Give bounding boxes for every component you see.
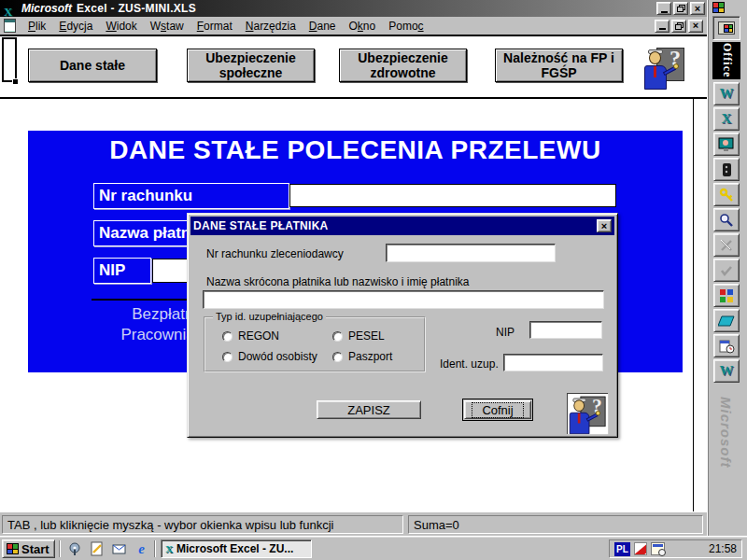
fill-handle[interactable] [12, 78, 19, 85]
tray-app-icon[interactable] [634, 542, 647, 555]
taskbar-separator [59, 540, 61, 557]
dialog-close-icon[interactable]: × [597, 219, 612, 232]
keyboard-layout-indicator[interactable]: PL [614, 542, 630, 556]
office-bar-logo-icon[interactable] [712, 2, 725, 13]
radio-label-regon: REGON [238, 329, 279, 343]
cancel-button[interactable]: Cofnij [462, 399, 533, 421]
page-break-line [693, 97, 694, 511]
sheet-button-ubezpieczenie-spoleczne[interactable]: Ubezpieczenie społeczne [187, 49, 315, 82]
radio-label-dowod-osobisty: Dowód osobisty [238, 350, 317, 363]
name-field-label: Nazwa skrócona płatnika lub nazwisko i i… [206, 275, 469, 288]
channels-icon[interactable] [65, 540, 83, 557]
workbook-minimize-icon[interactable] [655, 20, 669, 33]
radio-pesel[interactable]: PESEL [332, 329, 385, 343]
suite-icon[interactable] [713, 284, 740, 307]
account-field[interactable] [386, 244, 556, 262]
window-title: Excel - ZUS-MINI.XLS [77, 2, 196, 15]
sheet-button-ubezpieczenie-zdrowotne[interactable]: Ubezpieczenie zdrowotne [339, 49, 467, 82]
save-button[interactable]: ZAPISZ [317, 400, 421, 419]
taskbar-separator [154, 540, 156, 557]
menu-item-wstaw[interactable]: Wstaw [144, 18, 190, 35]
dane-stale-platnika-dialog: DANE STAŁE PŁATNIKA × Nr rachunku zlecen… [187, 213, 618, 438]
help-icon[interactable]: ? [642, 45, 687, 90]
title-bar[interactable]: X Microsoft Excel - ZUS-MINI.XLS × [0, 0, 707, 17]
name-field[interactable] [203, 290, 604, 309]
nip-field-label: NIP [496, 326, 514, 339]
word-icon[interactable]: W [713, 82, 740, 105]
id-type-group-label: Typ id. uzupełniającego [213, 311, 326, 322]
taskbar: Start e X Microsoft Excel - ZU... PL 21:… [0, 536, 747, 560]
start-button[interactable]: Start [2, 539, 55, 558]
nip-label: NIP [93, 258, 151, 284]
nip-field[interactable] [529, 321, 602, 339]
binder-icon[interactable] [713, 158, 740, 181]
excel-task-icon: X [165, 543, 173, 555]
sheet-button-naleznosc-fp-fgsp[interactable]: Należność na FP i FGŚP [495, 49, 623, 82]
toolbar-divider [0, 97, 707, 99]
radio-circle-paszport[interactable] [332, 352, 343, 362]
radio-circle-pesel[interactable] [332, 331, 343, 342]
office-folder-icon [718, 21, 735, 35]
cell-cursor[interactable] [2, 37, 17, 82]
web-doc-icon[interactable] [88, 540, 106, 557]
excel-app-icon: X [4, 3, 18, 15]
findfast-icon[interactable] [713, 208, 740, 231]
account-field-label: Nr rachunku zleceniodawcy [206, 247, 344, 260]
chart-disabled-icon[interactable] [713, 233, 740, 257]
check-disabled-icon[interactable] [713, 259, 740, 282]
task-scheduler-icon[interactable] [651, 542, 665, 555]
status-sum: Suma=0 [408, 515, 703, 534]
radio-label-pesel: PESEL [348, 329, 385, 343]
screen: X Microsoft Excel - ZUS-MINI.XLS × PlikE… [0, 0, 747, 560]
radio-label-paszport: Paszport [348, 350, 392, 363]
excel-window: X Microsoft Excel - ZUS-MINI.XLS × PlikE… [0, 0, 707, 536]
dialog-title-bar[interactable]: DANE STAŁE PŁATNIKA × [190, 217, 614, 235]
status-message: TAB , lub kliknięcie myszką - wybor okie… [2, 515, 403, 534]
window-title-brand: Microsoft [21, 2, 72, 15]
wordmail-icon[interactable]: W [713, 359, 740, 383]
microsoft-watermark: Microsoft [718, 397, 734, 527]
office-bar-label: Office [712, 42, 740, 79]
excel-task-button[interactable]: X Microsoft Excel - ZU... [161, 539, 312, 558]
dialog-help-icon[interactable]: ? [567, 393, 608, 434]
radio-dowod-osobisty[interactable]: Dowód osobisty [222, 350, 317, 363]
publisher-icon[interactable] [713, 309, 740, 332]
menu-item-pomoc[interactable]: Pomoc [382, 18, 430, 35]
close-icon[interactable]: × [690, 2, 705, 15]
radio-circle-dowod-osobisty[interactable] [222, 352, 233, 362]
menu-item-format[interactable]: Format [190, 18, 239, 35]
dialog-title: DANE STAŁE PŁATNIKA [193, 219, 329, 232]
menu-item-dane[interactable]: Dane [303, 18, 343, 35]
restore-icon[interactable] [673, 2, 688, 15]
menu-bar: PlikEdycjaWidokWstawFormatNarzędziaDaneO… [0, 17, 707, 36]
status-bar: TAB , lub kliknięcie myszką - wybor okie… [0, 511, 707, 536]
windows-logo-icon [7, 543, 19, 554]
radio-circle-regon[interactable] [222, 331, 233, 342]
menu-item-edycja[interactable]: Edycja [52, 18, 99, 35]
worksheet-area: Dane stałeUbezpieczenie społeczneUbezpie… [0, 36, 707, 511]
workbook-icon[interactable] [4, 19, 16, 33]
id-type-groupbox: Typ id. uzupełniającego REGON PESEL Dowó… [204, 316, 426, 372]
schedule-icon[interactable] [713, 334, 740, 357]
radio-regon[interactable]: REGON [222, 329, 279, 343]
powerpoint-icon[interactable] [713, 133, 740, 156]
form-title: DANE STAŁE POLECENIA PRZELEWU [28, 135, 683, 165]
workbook-close-icon[interactable]: × [688, 20, 703, 33]
ident-field-label: Ident. uzup. [440, 357, 499, 371]
menu-item-plik[interactable]: Plik [21, 18, 52, 35]
menu-item-narzedzia[interactable]: Narzędzia [239, 18, 303, 35]
sheet-button-dane-stale[interactable]: Dane stałe [28, 49, 157, 82]
account-number-cell[interactable] [289, 184, 616, 207]
radio-paszport[interactable]: Paszport [332, 350, 392, 363]
ident-field[interactable] [503, 354, 603, 371]
excel-icon[interactable]: X [713, 107, 740, 131]
workbook-restore-icon[interactable] [671, 20, 686, 33]
outlook-express-icon[interactable] [110, 540, 128, 557]
taskbar-clock[interactable]: 21:58 [709, 542, 737, 555]
menu-item-widok[interactable]: Widok [99, 18, 143, 35]
office-logo-button[interactable] [712, 16, 740, 40]
access-key-icon[interactable] [713, 183, 740, 206]
menu-item-okno[interactable]: Okno [343, 18, 383, 35]
internet-explorer-icon[interactable]: e [133, 540, 150, 557]
minimize-icon[interactable] [656, 2, 671, 15]
